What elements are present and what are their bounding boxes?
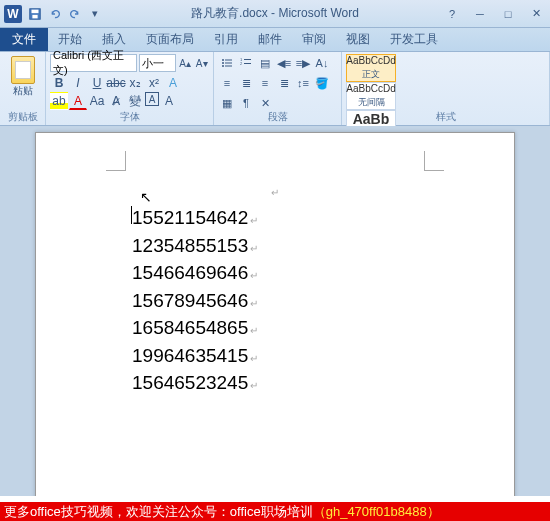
- tab-developer[interactable]: 开发工具: [380, 27, 448, 51]
- margin-corner-tl: [106, 151, 126, 171]
- ribbon: 粘贴 剪贴板 Calibri (西文正文) 小一 A▴ A▾ B I U abc…: [0, 52, 550, 126]
- footer-text: 更多office技巧视频，欢迎关注公众号：office职场培训: [4, 503, 313, 521]
- tab-layout[interactable]: 页面布局: [136, 27, 204, 51]
- help-button[interactable]: ?: [438, 5, 466, 23]
- style-nospacing[interactable]: AaBbCcDd 无间隔: [346, 82, 396, 110]
- paragraph-mark: ↵: [132, 187, 418, 198]
- redo-button[interactable]: [66, 5, 84, 23]
- align-right-button[interactable]: ≡: [256, 74, 274, 92]
- paragraph-label: 段落: [214, 110, 341, 124]
- style-sample: AaBbCcDd: [346, 55, 395, 66]
- paragraph-group: 12 ▤ ◀≡ ≡▶ A↓ ≡ ≣ ≡ ≣ ↕≡ 🪣 ▦ ¶ ✕ 段落: [214, 52, 342, 125]
- text-effects-button[interactable]: A: [164, 74, 182, 92]
- quick-access-toolbar: ▾: [26, 5, 104, 23]
- tab-review[interactable]: 审阅: [292, 27, 336, 51]
- text-line[interactable]: 16584654865: [132, 314, 418, 342]
- text-line[interactable]: 15466469646: [132, 259, 418, 287]
- window-title: 路凡教育.docx - Microsoft Word: [191, 5, 359, 22]
- font-label: 字体: [46, 110, 213, 124]
- tab-mailings[interactable]: 邮件: [248, 27, 292, 51]
- page[interactable]: ↵ 15521154642 ↖ 12354855153 15466469646 …: [35, 132, 515, 496]
- svg-point-3: [222, 59, 224, 61]
- text-line[interactable]: 15646523245: [132, 369, 418, 397]
- char-shading-button[interactable]: A: [160, 92, 178, 110]
- clipboard-label: 剪贴板: [0, 110, 45, 124]
- grow-font-button[interactable]: A▴: [178, 54, 193, 72]
- paste-icon: [11, 56, 35, 84]
- tab-file[interactable]: 文件: [0, 27, 48, 51]
- paste-button[interactable]: 粘贴: [4, 54, 41, 100]
- tab-view[interactable]: 视图: [336, 27, 380, 51]
- change-case-button[interactable]: Aa: [88, 92, 106, 110]
- text-line[interactable]: 15678945646: [132, 287, 418, 315]
- subscript-button[interactable]: x₂: [126, 74, 144, 92]
- char-border-button[interactable]: A: [145, 92, 159, 106]
- svg-point-5: [222, 62, 224, 64]
- text-line[interactable]: 15521154642: [132, 204, 418, 232]
- svg-rect-12: [244, 63, 251, 64]
- minimize-button[interactable]: ─: [466, 5, 494, 23]
- style-sample: AaBbCcDd: [346, 83, 395, 94]
- increase-indent-button[interactable]: ≡▶: [294, 54, 312, 72]
- styles-group: AaBbCcDd 正文 AaBbCcDd 无间隔 AaBb 标题 1 A 更改样…: [342, 52, 550, 125]
- svg-rect-8: [225, 66, 232, 67]
- bold-button[interactable]: B: [50, 74, 68, 92]
- svg-rect-2: [32, 14, 37, 18]
- margin-corner-tr: [424, 151, 444, 171]
- document-area[interactable]: ↵ 15521154642 ↖ 12354855153 15466469646 …: [0, 126, 550, 496]
- svg-point-7: [222, 65, 224, 67]
- title-bar: W ▾ 路凡教育.docx - Microsoft Word ? ─ □ ✕: [0, 0, 550, 28]
- decrease-indent-button[interactable]: ◀≡: [275, 54, 293, 72]
- footer-id: （gh_470ff01b8488）: [313, 503, 440, 521]
- align-center-button[interactable]: ≣: [237, 74, 255, 92]
- text-line[interactable]: 19964635415: [132, 342, 418, 370]
- style-name: 无间隔: [358, 96, 385, 109]
- svg-text:2: 2: [240, 61, 243, 66]
- svg-rect-6: [225, 63, 232, 64]
- save-button[interactable]: [26, 5, 44, 23]
- font-color-button[interactable]: A: [69, 92, 87, 110]
- maximize-button[interactable]: □: [494, 5, 522, 23]
- shading-button[interactable]: 🪣: [313, 74, 331, 92]
- italic-button[interactable]: I: [69, 74, 87, 92]
- clipboard-group: 粘贴 剪贴板: [0, 52, 46, 125]
- styles-label: 样式: [342, 110, 549, 124]
- superscript-button[interactable]: x²: [145, 74, 163, 92]
- phonetic-button[interactable]: 變: [126, 92, 144, 110]
- text-line[interactable]: 12354855153: [132, 232, 418, 260]
- highlight-button[interactable]: ab: [50, 92, 68, 110]
- qat-dropdown[interactable]: ▾: [86, 5, 104, 23]
- word-icon: W: [4, 5, 22, 23]
- tab-references[interactable]: 引用: [204, 27, 248, 51]
- footer-banner: 更多office技巧视频，欢迎关注公众号：office职场培训 （gh_470f…: [0, 502, 550, 521]
- style-name: 正文: [362, 68, 380, 81]
- line-spacing-button[interactable]: ↕≡: [294, 74, 312, 92]
- undo-button[interactable]: [46, 5, 64, 23]
- clear-format-button[interactable]: A̷: [107, 92, 125, 110]
- svg-rect-4: [225, 60, 232, 61]
- align-left-button[interactable]: ≡: [218, 74, 236, 92]
- font-name-select[interactable]: Calibri (西文正文): [50, 54, 137, 72]
- close-button[interactable]: ✕: [522, 5, 550, 23]
- text-cursor: [131, 206, 132, 224]
- underline-button[interactable]: U: [88, 74, 106, 92]
- paste-label: 粘贴: [13, 84, 33, 98]
- multilevel-button[interactable]: ▤: [256, 54, 274, 72]
- font-size-select[interactable]: 小一: [139, 54, 176, 72]
- justify-button[interactable]: ≣: [275, 74, 293, 92]
- font-group: Calibri (西文正文) 小一 A▴ A▾ B I U abc x₂ x² …: [46, 52, 214, 125]
- svg-rect-1: [32, 9, 39, 13]
- shrink-font-button[interactable]: A▾: [194, 54, 209, 72]
- style-normal[interactable]: AaBbCcDd 正文: [346, 54, 396, 82]
- bullets-button[interactable]: [218, 54, 236, 72]
- svg-rect-10: [244, 59, 251, 60]
- numbering-button[interactable]: 12: [237, 54, 255, 72]
- sort-button[interactable]: A↓: [313, 54, 331, 72]
- strike-button[interactable]: abc: [107, 74, 125, 92]
